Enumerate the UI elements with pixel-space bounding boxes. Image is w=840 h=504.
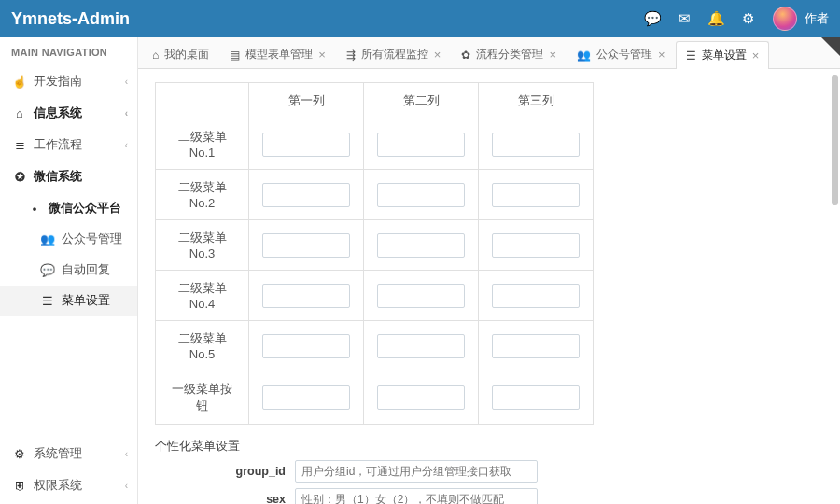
shield-icon: ⛨ [11, 479, 28, 493]
grid-input[interactable] [377, 334, 465, 358]
grid-input[interactable] [262, 334, 350, 358]
grid-cell [479, 271, 594, 321]
panel-collapse-icon[interactable] [821, 37, 840, 56]
sidebar-item-label: 信息系统 [34, 105, 82, 121]
grid-input[interactable] [262, 284, 350, 308]
grid-input[interactable] [377, 385, 465, 410]
menu-icon: ☰ [686, 49, 696, 63]
grid-cell [364, 170, 479, 220]
sidebar-item-label: 菜单设置 [62, 293, 110, 309]
sidebar-item-信息系统[interactable]: ⌂信息系统‹ [0, 97, 137, 129]
gear-icon: ✿ [461, 49, 470, 62]
close-icon[interactable]: × [752, 49, 760, 62]
chat-icon[interactable]: 💬 [644, 10, 662, 27]
tab-所有流程监控[interactable]: ⇶所有流程监控× [336, 40, 452, 68]
grid-col-header: 第一列 [249, 83, 364, 119]
grid-input[interactable] [262, 183, 350, 207]
content-area: 第一列第二列第三列二级菜单No.1二级菜单No.2二级菜单No.3二级菜单No.… [138, 69, 840, 504]
grid-input[interactable] [262, 385, 350, 410]
sidebar-item-开发指南[interactable]: ☝开发指南‹ [0, 65, 137, 97]
sidebar-item-自动回复[interactable]: 💬自动回复 [0, 255, 137, 286]
tab-菜单设置[interactable]: ☰菜单设置× [676, 41, 770, 69]
grid-input[interactable] [492, 385, 580, 410]
tab-label: 模型表单管理 [245, 47, 313, 63]
grid-input[interactable] [377, 284, 465, 308]
grid-corner [156, 83, 249, 119]
grid-cell [364, 220, 479, 271]
user-area[interactable]: 作者 [773, 7, 829, 31]
tab-label: 所有流程监控 [361, 47, 428, 63]
sidebar-item-微信公众平台[interactable]: •微信公众平台 [0, 192, 137, 224]
tab-label: 公众号管理 [596, 47, 652, 63]
hand-icon: ☝ [11, 75, 28, 89]
home-icon: ⌂ [152, 49, 159, 62]
wechat-icon: ✪ [11, 170, 28, 184]
grid-cell [479, 220, 594, 271]
close-icon[interactable]: × [434, 49, 441, 61]
grid-cell [249, 321, 364, 371]
grid-input[interactable] [262, 233, 350, 258]
tab-我的桌面[interactable]: ⌂我的桌面 [142, 40, 219, 68]
grid-input[interactable] [377, 233, 465, 258]
chevron-left-icon: ‹ [125, 140, 128, 150]
header-icon-group: 💬 ✉ 🔔 ⚙ [644, 10, 754, 27]
top-header: Ymnets-Admin 💬 ✉ 🔔 ⚙ 作者 [0, 0, 840, 37]
sidebar-item-微信系统[interactable]: ✪微信系统 [0, 161, 137, 192]
grid-row-label: 二级菜单No.3 [156, 220, 249, 271]
chevron-left-icon: ‹ [125, 449, 128, 459]
flow-icon: ⇶ [346, 49, 356, 62]
form-input-sex[interactable] [295, 488, 538, 504]
close-icon[interactable]: × [549, 49, 556, 61]
gears-icon: ⚙ [11, 447, 28, 461]
form-input-group_id[interactable] [295, 460, 538, 483]
close-icon[interactable]: × [318, 49, 326, 61]
settings-icon[interactable]: ⚙ [742, 10, 754, 27]
sidebar-title: MAIN NAVIGATION [0, 37, 137, 65]
grid-input[interactable] [492, 183, 580, 207]
main-panel: ⌂我的桌面▤模型表单管理×⇶所有流程监控×✿流程分类管理×👥公众号管理×☰菜单设… [138, 37, 840, 504]
sidebar-item-label: 工作流程 [34, 136, 82, 153]
tab-流程分类管理[interactable]: ✿流程分类管理× [451, 40, 567, 68]
sidebar-item-公众号管理[interactable]: 👥公众号管理 [0, 224, 137, 255]
close-icon[interactable]: × [658, 49, 665, 61]
tab-模型表单管理[interactable]: ▤模型表单管理× [219, 40, 336, 68]
grid-cell [249, 271, 364, 321]
grid-input[interactable] [492, 334, 580, 358]
grid-row-label: 二级菜单No.4 [156, 271, 249, 321]
sidebar-item-label: 权限系统 [34, 477, 82, 494]
tab-bar: ⌂我的桌面▤模型表单管理×⇶所有流程监控×✿流程分类管理×👥公众号管理×☰菜单设… [138, 37, 840, 69]
grid-input[interactable] [377, 133, 465, 157]
grid-cell [479, 321, 594, 371]
scrollbar-thumb[interactable] [832, 75, 838, 205]
grid-col-header: 第三列 [479, 83, 594, 119]
form-label: sex [155, 493, 295, 504]
brand-title: Ymnets-Admin [11, 9, 130, 29]
grid-cell [364, 321, 479, 371]
grid-cell [479, 119, 594, 170]
sidebar-item-label: 开发指南 [34, 73, 82, 90]
sidebar-item-工作流程[interactable]: ≣工作流程‹ [0, 129, 137, 161]
grid-col-header: 第二列 [364, 83, 479, 119]
grid-input[interactable] [492, 133, 580, 157]
sidebar-item-菜单设置[interactable]: ☰菜单设置 [0, 286, 137, 316]
grid-cell [249, 220, 364, 271]
bell-icon[interactable]: 🔔 [707, 10, 725, 27]
tab-公众号管理[interactable]: 👥公众号管理× [567, 40, 676, 68]
grid-row-label: 二级菜单No.5 [156, 321, 249, 371]
grid-input[interactable] [262, 133, 350, 157]
grid-input[interactable] [492, 233, 580, 258]
menu-icon: ☰ [39, 294, 56, 308]
sidebar-item-label: 微信公众平台 [49, 200, 121, 217]
sidebar-item-系统管理[interactable]: ⚙系统管理‹ [0, 438, 137, 469]
steps-icon: ≣ [11, 138, 28, 152]
grid-input[interactable] [492, 284, 580, 308]
people-icon: 👥 [577, 49, 591, 62]
grid-cell [364, 271, 479, 321]
grid-input[interactable] [377, 183, 465, 207]
list-icon: ▤ [230, 49, 240, 62]
mail-icon[interactable]: ✉ [679, 10, 691, 27]
sidebar-item-label: 公众号管理 [62, 231, 122, 247]
sidebar-item-权限系统[interactable]: ⛨权限系统‹ [0, 469, 137, 501]
avatar [773, 7, 797, 31]
grid-cell [479, 170, 594, 220]
